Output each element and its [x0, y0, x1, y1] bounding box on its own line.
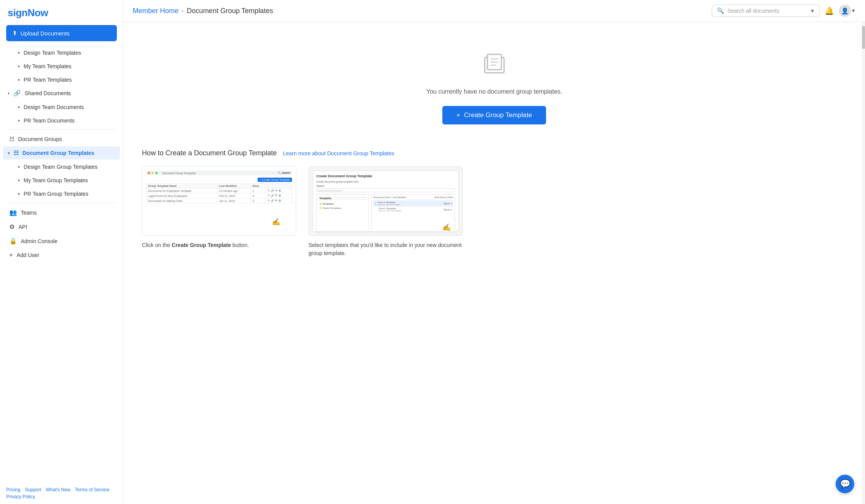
- sidebar-item-add-user[interactable]: + Add User: [3, 249, 120, 262]
- breadcrumb-parent[interactable]: Member Home: [133, 7, 179, 15]
- breadcrumb-current: Document Group Templates: [187, 7, 273, 15]
- cursor-icon-2: ✍: [442, 223, 451, 232]
- admin-icon: 🔒: [9, 237, 17, 245]
- sidebar-item-design-team-documents[interactable]: ▪ Design Team Documents: [3, 101, 120, 113]
- sidebar-item-pr-team-templates[interactable]: ▪ PR Team Templates: [3, 73, 120, 86]
- logo: signNow: [0, 0, 123, 24]
- how-to-section: How to Create a Document Group Template …: [142, 149, 846, 257]
- mock-dialog-title: Create Document Group Template: [316, 174, 455, 178]
- sidebar-item-my-team-templates[interactable]: ▪ My Team Templates: [3, 60, 120, 72]
- user-avatar-button[interactable]: 👤 ▼: [839, 5, 856, 17]
- footer-links: Pricing Support What's New Terms of Serv…: [6, 487, 117, 499]
- share-icon: 🔗: [13, 90, 21, 97]
- terms-link[interactable]: Terms of Service: [75, 487, 109, 492]
- teams-icon: 👥: [9, 209, 17, 216]
- add-user-icon: +: [9, 252, 13, 259]
- sidebar-item-teams[interactable]: 👥 Teams: [3, 206, 120, 219]
- folder-icon: ▪: [18, 117, 20, 124]
- tutorial-cards: Document Group Templates 🔍 Search + Crea…: [142, 166, 846, 257]
- notifications-button[interactable]: 🔔: [825, 6, 834, 15]
- empty-state: You currently have no document group tem…: [142, 34, 846, 137]
- search-input[interactable]: [727, 8, 807, 14]
- main-area: Member Home › Document Group Templates 🔍…: [123, 0, 865, 504]
- content-area: You currently have no document group tem…: [123, 22, 865, 504]
- search-icon: 🔍: [717, 7, 724, 14]
- tutorial-step2-text: Select templates that you'd like to incl…: [309, 241, 463, 257]
- sidebar-item-design-team-templates[interactable]: ▪ Design Team Templates: [3, 46, 120, 59]
- sidebar-item-design-team-group-templates[interactable]: ▪ Design Team Group Templates: [3, 160, 120, 173]
- sidebar-item-document-group-templates[interactable]: ▾ ☷ Document Group Templates: [3, 146, 120, 160]
- avatar: 👤: [839, 5, 851, 17]
- folder-icon: ▪: [18, 49, 20, 56]
- upload-documents-button[interactable]: ⬆ Upload Documents: [6, 25, 117, 41]
- tutorial-card-step2: Create Document Group Template Create do…: [309, 166, 463, 257]
- folder-icon: ▪: [18, 76, 20, 83]
- folder-icon: ▪: [18, 163, 20, 170]
- header-right: 🔍 ▼ 🔔 👤 ▼: [712, 5, 856, 17]
- create-icon: +: [456, 111, 460, 119]
- tutorial-card-image-2: Create Document Group Template Create do…: [309, 166, 463, 236]
- api-icon: ⚙: [9, 223, 15, 230]
- tutorial-card-step1: Document Group Templates 🔍 Search + Crea…: [142, 166, 296, 257]
- chat-button[interactable]: 💬: [836, 475, 854, 493]
- sidebar-item-my-team-group-templates[interactable]: ▪ My Team Group Templates: [3, 174, 120, 186]
- mock-dialog: Create Document Group Template Create do…: [313, 171, 459, 232]
- sidebar: signNow ⬆ Upload Documents ▪ Design Team…: [0, 0, 123, 504]
- breadcrumb: Member Home › Document Group Templates: [133, 7, 273, 15]
- folder-icon: ▪: [18, 104, 20, 110]
- whats-new-link[interactable]: What's New: [46, 487, 71, 492]
- sidebar-item-pr-team-group-templates[interactable]: ▪ PR Team Group Templates: [3, 187, 120, 200]
- cursor-icon: ✍: [272, 218, 280, 226]
- avatar-dropdown-icon: ▼: [851, 8, 856, 13]
- header: Member Home › Document Group Templates 🔍…: [123, 0, 865, 22]
- folder-icon: ▪: [18, 177, 20, 183]
- sidebar-item-document-groups[interactable]: ☷ Document Groups: [3, 133, 120, 146]
- create-group-template-button[interactable]: + Create Group Template: [442, 106, 546, 124]
- sidebar-item-shared-documents[interactable]: ▾ 🔗 Shared Documents: [3, 87, 120, 100]
- how-to-title: How to Create a Document Group Template …: [142, 149, 846, 157]
- empty-state-message: You currently have no document group tem…: [426, 88, 562, 95]
- folder-icon: ▪: [18, 190, 20, 197]
- folder-icon: ▪: [18, 63, 20, 69]
- divider: [6, 129, 117, 130]
- search-dropdown-button[interactable]: ▼: [810, 8, 815, 14]
- upload-icon: ⬆: [12, 30, 17, 37]
- pricing-link[interactable]: Pricing: [6, 487, 20, 492]
- learn-more-link[interactable]: Learn more about Document Group Template…: [283, 150, 394, 156]
- mock-left-panel: Templates 📁 Templates 📁 Shared Templates: [316, 194, 369, 233]
- scrollbar-track[interactable]: [862, 22, 865, 504]
- sidebar-item-pr-team-documents[interactable]: ▪ PR Team Documents: [3, 114, 120, 127]
- sidebar-item-admin-console[interactable]: 🔒 Admin Console: [3, 234, 120, 248]
- group-icon: ☷: [9, 136, 14, 143]
- divider: [6, 203, 117, 203]
- sidebar-item-api[interactable]: ⚙ API: [3, 220, 120, 234]
- chevron-down-icon: ▾: [8, 151, 10, 155]
- privacy-link[interactable]: Privacy Policy: [6, 494, 35, 499]
- chat-icon: 💬: [840, 479, 850, 489]
- sidebar-footer: Pricing Support What's New Terms of Serv…: [0, 482, 123, 504]
- breadcrumb-separator: ›: [182, 7, 184, 14]
- support-link[interactable]: Support: [25, 487, 41, 492]
- empty-state-icon: [479, 50, 510, 81]
- scrollbar-thumb[interactable]: [862, 26, 865, 49]
- chevron-down-icon: ▾: [8, 91, 10, 96]
- group-template-icon: ☷: [13, 150, 19, 156]
- tutorial-card-image-1: Document Group Templates 🔍 Search + Crea…: [142, 166, 296, 236]
- tutorial-step1-text: Click on the Create Group Template butto…: [142, 241, 296, 249]
- search-box[interactable]: 🔍 ▼: [712, 5, 820, 17]
